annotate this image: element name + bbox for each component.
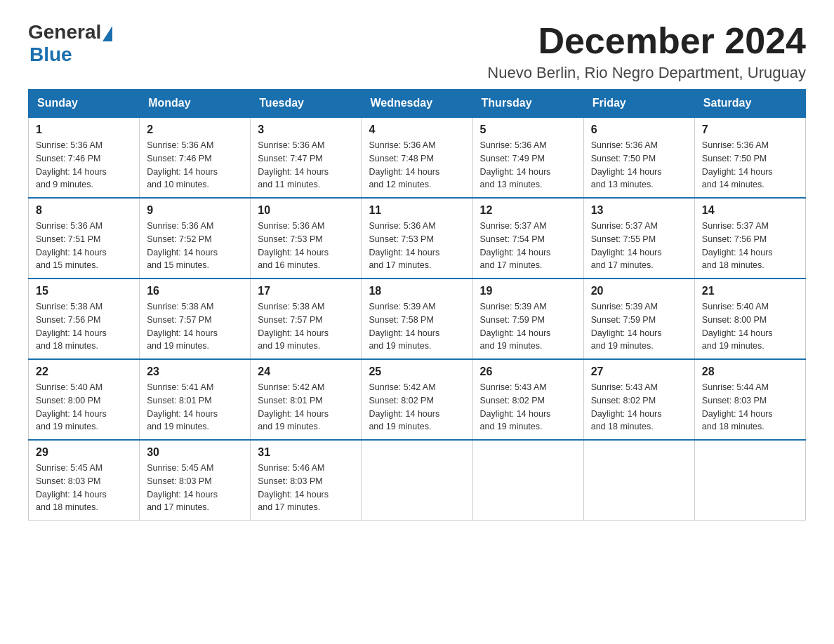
day-number: 16 [147,285,243,297]
title-block: December 2024 Nuevo Berlin, Rio Negro De… [487,21,806,82]
weekday-header-tuesday: Tuesday [251,90,362,118]
calendar-cell: 28 Sunrise: 5:44 AM Sunset: 8:03 PM Dayl… [694,359,805,440]
calendar-cell: 19 Sunrise: 5:39 AM Sunset: 7:59 PM Dayl… [472,279,583,359]
calendar-cell: 4 Sunrise: 5:36 AM Sunset: 7:48 PM Dayli… [362,117,472,198]
day-info: Sunrise: 5:39 AM Sunset: 7:58 PM Dayligh… [369,300,465,353]
day-info: Sunrise: 5:36 AM Sunset: 7:51 PM Dayligh… [36,220,132,272]
day-info: Sunrise: 5:38 AM Sunset: 7:57 PM Dayligh… [258,300,354,353]
calendar-cell: 17 Sunrise: 5:38 AM Sunset: 7:57 PM Dayl… [251,279,362,359]
weekday-header-saturday: Saturday [694,90,805,118]
calendar-cell: 20 Sunrise: 5:39 AM Sunset: 7:59 PM Dayl… [583,279,694,359]
day-number: 4 [369,123,465,136]
day-number: 6 [591,123,687,136]
weekday-header-monday: Monday [140,90,251,118]
day-info: Sunrise: 5:36 AM Sunset: 7:48 PM Dayligh… [369,139,465,192]
day-number: 7 [702,123,798,136]
day-number: 31 [258,446,354,459]
calendar-cell [472,440,583,521]
calendar-cell: 16 Sunrise: 5:38 AM Sunset: 7:57 PM Dayl… [140,279,251,359]
day-info: Sunrise: 5:36 AM Sunset: 7:53 PM Dayligh… [258,220,354,272]
day-number: 3 [258,123,354,136]
day-number: 20 [591,285,687,297]
day-number: 29 [36,446,132,459]
day-number: 23 [147,365,243,378]
calendar-cell [694,440,805,521]
day-number: 2 [147,123,243,136]
day-number: 22 [36,365,132,378]
day-info: Sunrise: 5:36 AM Sunset: 7:52 PM Dayligh… [147,220,243,272]
weekday-header-friday: Friday [583,90,694,118]
day-info: Sunrise: 5:37 AM Sunset: 7:54 PM Dayligh… [480,220,576,272]
day-info: Sunrise: 5:42 AM Sunset: 8:01 PM Dayligh… [258,381,354,434]
calendar-cell: 1 Sunrise: 5:36 AM Sunset: 7:46 PM Dayli… [29,117,140,198]
calendar-cell: 21 Sunrise: 5:40 AM Sunset: 8:00 PM Dayl… [694,279,805,359]
day-info: Sunrise: 5:43 AM Sunset: 8:02 PM Dayligh… [591,381,687,434]
calendar-header: SundayMondayTuesdayWednesdayThursdayFrid… [29,90,806,118]
day-number: 17 [258,285,354,297]
calendar-week-1: 1 Sunrise: 5:36 AM Sunset: 7:46 PM Dayli… [29,117,806,198]
day-number: 25 [369,365,465,378]
day-number: 12 [480,204,576,217]
calendar-cell: 30 Sunrise: 5:45 AM Sunset: 8:03 PM Dayl… [140,440,251,521]
day-number: 28 [702,365,798,378]
day-number: 8 [36,204,132,217]
calendar-cell: 8 Sunrise: 5:36 AM Sunset: 7:51 PM Dayli… [29,198,140,279]
day-info: Sunrise: 5:44 AM Sunset: 8:03 PM Dayligh… [702,381,798,434]
calendar-cell: 14 Sunrise: 5:37 AM Sunset: 7:56 PM Dayl… [694,198,805,279]
calendar-cell: 15 Sunrise: 5:38 AM Sunset: 7:56 PM Dayl… [29,279,140,359]
calendar-cell: 27 Sunrise: 5:43 AM Sunset: 8:02 PM Dayl… [583,359,694,440]
day-number: 15 [36,285,132,297]
calendar-cell: 6 Sunrise: 5:36 AM Sunset: 7:50 PM Dayli… [583,117,694,198]
day-number: 5 [480,123,576,136]
day-info: Sunrise: 5:40 AM Sunset: 8:00 PM Dayligh… [702,300,798,353]
page-header: General Blue December 2024 Nuevo Berlin,… [28,21,806,82]
day-info: Sunrise: 5:36 AM Sunset: 7:53 PM Dayligh… [369,220,465,272]
logo: General Blue [28,21,112,66]
day-number: 21 [702,285,798,297]
page-title: December 2024 [487,21,806,61]
calendar-week-2: 8 Sunrise: 5:36 AM Sunset: 7:51 PM Dayli… [29,198,806,279]
calendar-cell: 5 Sunrise: 5:36 AM Sunset: 7:49 PM Dayli… [472,117,583,198]
calendar-cell: 18 Sunrise: 5:39 AM Sunset: 7:58 PM Dayl… [362,279,472,359]
calendar-week-4: 22 Sunrise: 5:40 AM Sunset: 8:00 PM Dayl… [29,359,806,440]
calendar-cell [362,440,472,521]
day-info: Sunrise: 5:36 AM Sunset: 7:49 PM Dayligh… [480,139,576,192]
calendar-cell: 2 Sunrise: 5:36 AM Sunset: 7:46 PM Dayli… [140,117,251,198]
calendar-cell: 10 Sunrise: 5:36 AM Sunset: 7:53 PM Dayl… [251,198,362,279]
weekday-header-wednesday: Wednesday [362,90,472,118]
day-number: 26 [480,365,576,378]
day-number: 24 [258,365,354,378]
weekday-header-sunday: Sunday [29,90,140,118]
day-number: 10 [258,204,354,217]
calendar-cell: 26 Sunrise: 5:43 AM Sunset: 8:02 PM Dayl… [472,359,583,440]
calendar-cell: 29 Sunrise: 5:45 AM Sunset: 8:03 PM Dayl… [29,440,140,521]
day-number: 13 [591,204,687,217]
day-info: Sunrise: 5:36 AM Sunset: 7:50 PM Dayligh… [591,139,687,192]
calendar-table: SundayMondayTuesdayWednesdayThursdayFrid… [28,89,806,521]
day-info: Sunrise: 5:38 AM Sunset: 7:57 PM Dayligh… [147,300,243,353]
calendar-body: 1 Sunrise: 5:36 AM Sunset: 7:46 PM Dayli… [29,117,806,521]
calendar-cell: 12 Sunrise: 5:37 AM Sunset: 7:54 PM Dayl… [472,198,583,279]
day-number: 19 [480,285,576,297]
day-info: Sunrise: 5:37 AM Sunset: 7:55 PM Dayligh… [591,220,687,272]
calendar-cell: 7 Sunrise: 5:36 AM Sunset: 7:50 PM Dayli… [694,117,805,198]
day-info: Sunrise: 5:45 AM Sunset: 8:03 PM Dayligh… [36,462,132,514]
day-number: 14 [702,204,798,217]
day-number: 11 [369,204,465,217]
day-info: Sunrise: 5:39 AM Sunset: 7:59 PM Dayligh… [591,300,687,353]
calendar-cell: 3 Sunrise: 5:36 AM Sunset: 7:47 PM Dayli… [251,117,362,198]
day-info: Sunrise: 5:39 AM Sunset: 7:59 PM Dayligh… [480,300,576,353]
day-info: Sunrise: 5:36 AM Sunset: 7:46 PM Dayligh… [36,139,132,192]
calendar-cell: 23 Sunrise: 5:41 AM Sunset: 8:01 PM Dayl… [140,359,251,440]
calendar-cell: 24 Sunrise: 5:42 AM Sunset: 8:01 PM Dayl… [251,359,362,440]
weekday-header-row: SundayMondayTuesdayWednesdayThursdayFrid… [29,90,806,118]
logo-triangle-icon [102,26,112,41]
day-info: Sunrise: 5:38 AM Sunset: 7:56 PM Dayligh… [36,300,132,353]
day-number: 9 [147,204,243,217]
calendar-cell: 31 Sunrise: 5:46 AM Sunset: 8:03 PM Dayl… [251,440,362,521]
day-info: Sunrise: 5:43 AM Sunset: 8:02 PM Dayligh… [480,381,576,434]
day-info: Sunrise: 5:37 AM Sunset: 7:56 PM Dayligh… [702,220,798,272]
calendar-week-3: 15 Sunrise: 5:38 AM Sunset: 7:56 PM Dayl… [29,279,806,359]
calendar-cell: 9 Sunrise: 5:36 AM Sunset: 7:52 PM Dayli… [140,198,251,279]
day-info: Sunrise: 5:42 AM Sunset: 8:02 PM Dayligh… [369,381,465,434]
